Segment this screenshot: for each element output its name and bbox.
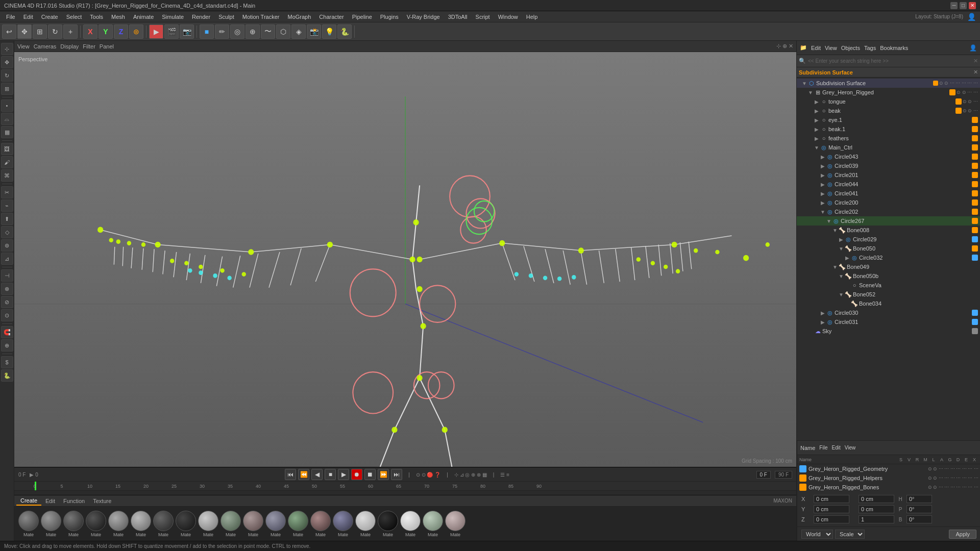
material-item-8[interactable]: Mate — [198, 511, 218, 537]
toolbar-z[interactable]: Z — [114, 24, 128, 39]
lt-snap[interactable]: 🧲 — [1, 326, 13, 338]
scene-obj-bones[interactable]: Grey_Heron_Rigged_Bones ⊙ ⊙ ⋯ ⋯ ⋯ ⋯ ⋯ ⋯ … — [797, 483, 980, 492]
menu-sculpt[interactable]: Sculpt — [214, 13, 238, 21]
lt-select[interactable]: ⊹ — [1, 43, 13, 55]
tree-arrow-b049[interactable]: ▼ — [831, 263, 839, 270]
lt-bridge[interactable]: ⌁ — [1, 199, 13, 212]
tree-arrow-c031[interactable]: ▶ — [819, 318, 826, 325]
material-item-19[interactable]: Mate — [445, 511, 465, 537]
menu-vray[interactable]: V-Ray Bridge — [403, 13, 444, 21]
toolbar-render2[interactable]: 📷 — [180, 24, 194, 39]
menu-mesh[interactable]: Mesh — [107, 13, 129, 21]
toolbar-circle2[interactable]: ◎ — [230, 24, 244, 39]
lt-xref[interactable]: $ — [1, 356, 13, 368]
menu-mograph[interactable]: MoGraph — [283, 13, 315, 21]
br-edit-tab[interactable]: Edit — [831, 445, 840, 450]
tree-arrow-b008[interactable]: ▼ — [831, 227, 839, 234]
om-bookmarks-tab[interactable]: Bookmarks — [880, 45, 908, 51]
tree-arrow-c032[interactable]: ▶ — [844, 254, 851, 261]
menu-help[interactable]: Help — [522, 13, 542, 21]
minimize-button[interactable]: ─ — [950, 2, 958, 9]
tree-grey-heron[interactable]: ▼ ⊞ Grey_Heron_Rigged ⊙ ⊙ ⋯ ⋯ — [797, 88, 980, 97]
tree-circle202[interactable]: ▼ ◎ Circle202 — [797, 207, 980, 216]
lt-points[interactable]: • — [1, 99, 13, 112]
br-name-tab[interactable]: Name — [800, 445, 815, 451]
tree-bone050b[interactable]: ▼ 🦴 Bone050b — [797, 271, 980, 281]
material-item-13[interactable]: Mate — [310, 511, 331, 537]
menu-edit[interactable]: Edit — [19, 13, 37, 21]
tree-arrow-heron[interactable]: ▼ — [807, 89, 814, 96]
toolbar-python[interactable]: 🐍 — [337, 24, 352, 39]
tree-circle030[interactable]: ▶ ◎ Circle030 — [797, 308, 980, 317]
tree-arrow-b034[interactable] — [844, 300, 851, 307]
stop-button[interactable]: ■ — [325, 469, 336, 480]
tree-arrow-c030[interactable]: ▶ — [819, 309, 826, 316]
tree-bone008[interactable]: ▼ 🦴 Bone008 — [797, 226, 980, 235]
viewport-icons[interactable]: ⊹ ⊕ ✕ — [776, 43, 793, 49]
tree-circle201[interactable]: ▶ ◎ Circle201 — [797, 170, 980, 180]
play-button[interactable]: ▶ — [338, 469, 349, 480]
tree-arrow-c041[interactable]: ▶ — [819, 190, 826, 197]
lt-knife[interactable]: ✂ — [1, 186, 13, 198]
tree-arrow-c267[interactable]: ▼ — [825, 217, 832, 224]
toolbar-render[interactable]: 🎬 — [164, 24, 179, 39]
lt-texture[interactable]: 🖼 — [1, 143, 13, 155]
user-icon[interactable]: 👤 — [967, 13, 976, 21]
tree-arrow-eye1[interactable]: ▶ — [813, 116, 820, 123]
tab-edit[interactable]: Edit — [41, 497, 59, 505]
toolbar-x[interactable]: X — [83, 24, 97, 39]
tree-arrow-beak[interactable]: ▶ — [813, 107, 820, 114]
tab-create[interactable]: Create — [16, 496, 41, 506]
tree-bone050[interactable]: ▼ 🦴 Bone050 — [797, 244, 980, 253]
lt-move[interactable]: ✥ — [1, 56, 13, 68]
search-placeholder[interactable]: << Enter your search string here >> — [808, 58, 973, 64]
lt-loop[interactable]: ⊚ — [1, 239, 13, 252]
menu-file[interactable]: File — [2, 13, 19, 21]
toolbar-cube[interactable]: ■ — [200, 24, 214, 39]
record-button[interactable]: ⏺ — [351, 469, 362, 480]
toolbar-pen[interactable]: ✏ — [215, 24, 229, 39]
lt-mirror[interactable]: ⊣ — [1, 269, 13, 282]
material-item-17[interactable]: Mate — [400, 511, 421, 537]
material-item-12[interactable]: Mate — [288, 511, 308, 537]
material-item-15[interactable]: Mate — [355, 511, 376, 537]
tree-arrow-c044[interactable]: ▶ — [819, 181, 826, 188]
tree-arrow-c039[interactable]: ▶ — [819, 162, 826, 169]
viewport-panel-tab[interactable]: Panel — [100, 43, 114, 49]
om-objects-tab[interactable]: Objects — [841, 45, 860, 51]
z-position-input[interactable] — [814, 515, 849, 523]
menu-tools[interactable]: Tools — [86, 13, 107, 21]
toolbar-rotate[interactable]: ↻ — [48, 24, 62, 39]
tree-circle267[interactable]: ▼ ◎ Circle267 — [797, 216, 980, 226]
tree-beak1[interactable]: ▶ ○ beak.1 — [797, 124, 980, 134]
tab-function[interactable]: Function — [59, 497, 89, 505]
z-size-input[interactable] — [859, 515, 894, 523]
tree-bone052[interactable]: ▼ 🦴 Bone052 — [797, 290, 980, 299]
h-rotation-input[interactable] — [906, 495, 932, 503]
tree-arrow-c200[interactable]: ▶ — [819, 199, 826, 206]
toolbar-sel[interactable]: ⊕ — [246, 24, 260, 39]
menu-pipeline[interactable]: Pipeline — [348, 13, 376, 21]
scene-obj-geometry[interactable]: Grey_Heron_Rigged_Geometry ⊙ ⊙ ⋯ ⋯ ⋯ ⋯ ⋯… — [797, 464, 980, 473]
material-item-1[interactable]: Mate — [41, 511, 61, 537]
om-user-icon[interactable]: 👤 — [969, 44, 977, 52]
material-item-2[interactable]: Mate — [63, 511, 84, 537]
step-forward-button[interactable]: ⏩ — [378, 469, 389, 480]
apply-button[interactable]: Apply — [949, 530, 976, 539]
menu-plugins[interactable]: Plugins — [376, 13, 403, 21]
toolbar-scale[interactable]: ⊞ — [33, 24, 47, 39]
lt-stitch[interactable]: ⊘ — [1, 296, 13, 308]
material-item-9[interactable]: Mate — [220, 511, 241, 537]
tree-eye1[interactable]: ▶ ○ eye.1 — [797, 115, 980, 124]
lt-bevel[interactable]: ◇ — [1, 226, 13, 238]
toolbar-cam[interactable]: 📸 — [307, 24, 321, 39]
menu-script[interactable]: Script — [472, 13, 494, 21]
lt-paint[interactable]: 🖌 — [1, 156, 13, 168]
tree-circle029[interactable]: ▶ ◎ Circle029 — [797, 235, 980, 244]
y-size-input[interactable] — [859, 505, 894, 513]
lt-extrude[interactable]: ⬆ — [1, 213, 13, 225]
scale-dropdown[interactable]: Scale — [835, 530, 865, 539]
tab-texture[interactable]: Texture — [89, 497, 115, 505]
lt-faces[interactable]: ▦ — [1, 126, 13, 138]
tree-sceneva[interactable]: ○ SceneVa — [797, 281, 980, 290]
